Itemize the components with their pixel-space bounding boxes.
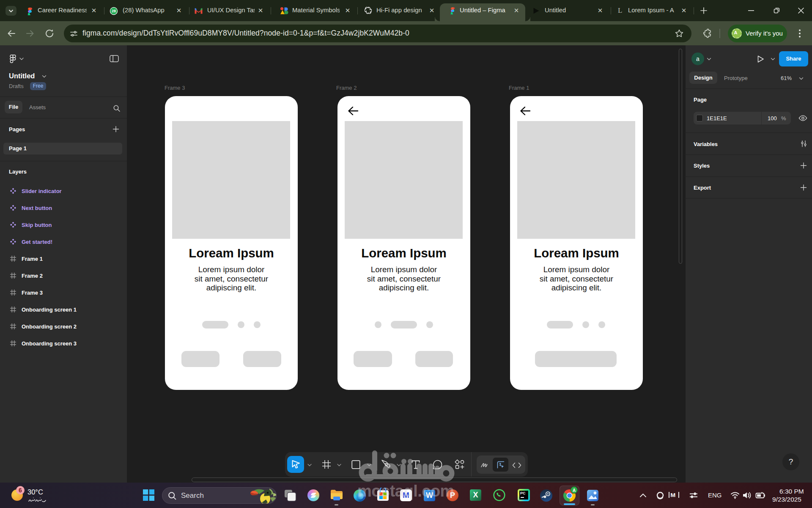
svg-text:28: 28	[112, 9, 116, 13]
